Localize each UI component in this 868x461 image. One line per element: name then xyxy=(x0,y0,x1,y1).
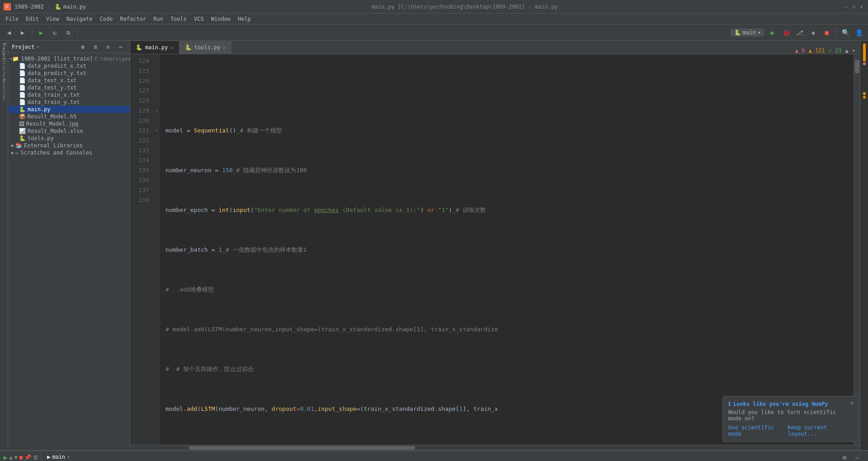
sidebar-item-external-libs[interactable]: ▶ 📚 External Libraries xyxy=(8,142,130,149)
run-clear-button[interactable]: 🗑 xyxy=(33,454,38,461)
run-arrow-up[interactable]: ▲ xyxy=(9,454,12,461)
menu-vcs[interactable]: VCS xyxy=(190,15,208,23)
ext-libs-label: External Libraries xyxy=(24,142,83,149)
menu-window[interactable]: Window xyxy=(208,15,234,23)
run-config-label: main xyxy=(743,29,756,36)
cover-button[interactable]: ⎇ xyxy=(794,27,805,38)
bottom-settings-icon[interactable]: ⚙ xyxy=(839,452,850,461)
chevron-down-btn[interactable]: ▾ xyxy=(852,47,855,54)
warning-marker xyxy=(863,43,866,61)
sidebar-item-data-test-x[interactable]: 📄 data_test_x.txt xyxy=(8,77,130,84)
sidebar-minimize-icon[interactable]: — xyxy=(115,42,126,52)
tab-main-py[interactable]: 🐍 main.py ✕ xyxy=(130,41,179,54)
tab-run[interactable]: ▶ main ✕ xyxy=(42,452,74,461)
run-arrow-down[interactable]: ▼ xyxy=(14,454,18,461)
menu-code[interactable]: Code xyxy=(96,15,117,23)
run-file-button[interactable]: ▶ xyxy=(36,27,47,38)
notification-close-button[interactable]: ✕ xyxy=(850,399,854,406)
sidebar-item-main-py[interactable]: 🐍 main.py xyxy=(8,106,130,113)
sidebar-item-data-train-x[interactable]: 📄 data_train_x.txt xyxy=(8,91,130,99)
run-controls: ▶ ▲ ▼ ■ 📌 🗑 xyxy=(2,454,41,461)
sidebar-item-root[interactable]: ▾ 📁 1989-2002 [list_train] C:\Users\yezh… xyxy=(8,55,130,62)
forward-button[interactable]: ▶ xyxy=(17,27,28,38)
sidebar-item-data-test-y[interactable]: 📄 data_test_y.txt xyxy=(8,84,130,91)
run-tab-close[interactable]: ✕ xyxy=(67,454,70,459)
back-button[interactable]: ◀ xyxy=(4,27,14,38)
menu-refactor[interactable]: Refactor xyxy=(116,15,150,23)
editor-scrollbar[interactable] xyxy=(854,54,860,445)
sidebar-sync-icon[interactable]: ⊕ xyxy=(77,42,88,52)
search-button[interactable]: 🔍 xyxy=(840,27,851,38)
debug-button[interactable]: 🐞 xyxy=(781,27,792,38)
run-pin-button[interactable]: 📌 xyxy=(24,454,31,461)
settings-button[interactable]: ⚙ xyxy=(63,27,74,38)
error-count[interactable]: ▲ 6 xyxy=(795,47,805,54)
sidebar-item-result-jpg[interactable]: 🖼 Result_Model.jpg xyxy=(8,120,130,127)
top-toolbar: ◀ ▶ ▶ ↻ ⚙ 🐍 main ▾ ▶ 🐞 ⎇ ◈ ■ 🔍 👤 xyxy=(0,24,868,41)
file-label-train-y: data_train_y.txt xyxy=(28,99,80,105)
bottom-panel: ▶ ▲ ▼ ■ 📌 🗑 ▶ main ✕ ⚙ — 3620/4017 [====… xyxy=(0,450,868,461)
run-play-button[interactable]: ▶ xyxy=(4,454,7,461)
profile-button[interactable]: ◈ xyxy=(808,27,819,38)
sync-button[interactable]: ↻ xyxy=(49,27,60,38)
sidebar-item-data-predict-x[interactable]: 📄 data_predict_x.txt xyxy=(8,62,130,70)
right-strip xyxy=(860,41,868,450)
notification-link-scientific[interactable]: Use scientific mode xyxy=(728,424,784,437)
file-label-train-x: data_train_x.txt xyxy=(28,92,80,98)
code-content[interactable]: model = Sequential () _# 构建一个模型 number_n… xyxy=(160,54,854,445)
sidebar-item-scratches[interactable]: ▶ ✏️ Scratches and Consoles xyxy=(8,149,130,156)
bottom-panel-right-actions: ⚙ — xyxy=(835,452,866,461)
notification-body: Would you like to turn scientific mode o… xyxy=(728,409,852,422)
menu-run[interactable]: Run xyxy=(150,15,167,23)
sidebar-item-data-train-y[interactable]: 📄 data_train_y.txt xyxy=(8,99,130,106)
menu-edit[interactable]: Edit xyxy=(22,15,42,23)
chevron-up-icon[interactable]: ▲ xyxy=(845,47,849,54)
code-line-125: model = Sequential () _# 构建一个模型 xyxy=(165,126,848,136)
menu-navigate[interactable]: Navigate xyxy=(63,15,96,23)
ok-count[interactable]: ✓ 23 xyxy=(829,47,842,54)
menu-tools[interactable]: Tools xyxy=(167,15,190,23)
tab-py-icon-2: 🐍 xyxy=(185,44,192,51)
tab-tools-py[interactable]: 🐍 tools.py ✕ xyxy=(179,41,232,54)
tab-close-tools[interactable]: ✕ xyxy=(223,45,226,50)
sidebar-item-result-xlsx[interactable]: 📊 Result_Model.xlsx xyxy=(8,127,130,135)
structure-tool-button[interactable]: Structure xyxy=(0,61,8,80)
sidebar-collapse-icon[interactable]: ≡ xyxy=(90,42,101,52)
favorites-tool-button[interactable]: Favorites xyxy=(0,80,8,99)
warning-marker-3 xyxy=(863,96,866,99)
menu-help[interactable]: Help xyxy=(234,15,255,23)
user-button[interactable]: 👤 xyxy=(854,27,864,38)
warning-marker-2 xyxy=(863,92,866,95)
sidebar-tree: ▾ 📁 1989-2002 [list_train] C:\Users\yezh… xyxy=(8,53,130,450)
sidebar-settings-icon[interactable]: ⚙ xyxy=(103,42,113,52)
code-line-126: number_neuron = 150 _# 隐藏层神经原数设为100 xyxy=(165,165,848,175)
bottom-minimize-icon[interactable]: — xyxy=(852,452,863,461)
code-line-124 xyxy=(165,86,848,96)
menu-file[interactable]: File xyxy=(2,15,22,23)
menu-view[interactable]: View xyxy=(42,15,63,23)
sidebar-item-result-h5[interactable]: 📦 Result_Model.h5 xyxy=(8,113,130,120)
maximize-button[interactable]: ❐ xyxy=(851,4,857,9)
notification-link-layout[interactable]: Keep current layout... xyxy=(788,424,852,437)
project-tool-button[interactable]: Project xyxy=(0,42,8,61)
close-button[interactable]: ✕ xyxy=(859,4,864,9)
fold-column: ⊲ ⊲ xyxy=(153,54,160,445)
run-stop-button[interactable]: ■ xyxy=(19,454,23,461)
stop-button[interactable]: ■ xyxy=(821,27,832,38)
minimize-button[interactable]: — xyxy=(843,4,849,9)
sidebar-item-data-predict-y[interactable]: 📄 data_predict_y.txt xyxy=(8,70,130,77)
run-button[interactable]: ▶ xyxy=(767,27,778,38)
tab-close-main[interactable]: ✕ xyxy=(171,45,174,50)
file-label-test-y: data_test_y.txt xyxy=(28,85,76,91)
run-config-selector[interactable]: 🐍 main ▾ xyxy=(731,28,764,37)
horizontal-scrollbar[interactable] xyxy=(130,445,860,450)
code-editor[interactable]: 124 125 126 127 128 129 130 131 132 133 … xyxy=(130,54,860,445)
sidebar: Project ▾ ⊕ ≡ ⚙ — ▾ 📁 1989-2002 [list_tr… xyxy=(8,41,130,450)
h5-file-icon: 📦 xyxy=(19,113,26,120)
py-file-icon-2: 🐍 xyxy=(19,135,26,141)
file-label-predict-y: data_predict_y.txt xyxy=(28,70,86,76)
file-label-main: main.py xyxy=(28,106,51,113)
warning-count[interactable]: ▲ 121 xyxy=(809,47,825,54)
sidebar-item-tools-py[interactable]: 🐍 tools.py xyxy=(8,135,130,142)
separator-3 xyxy=(836,28,836,37)
